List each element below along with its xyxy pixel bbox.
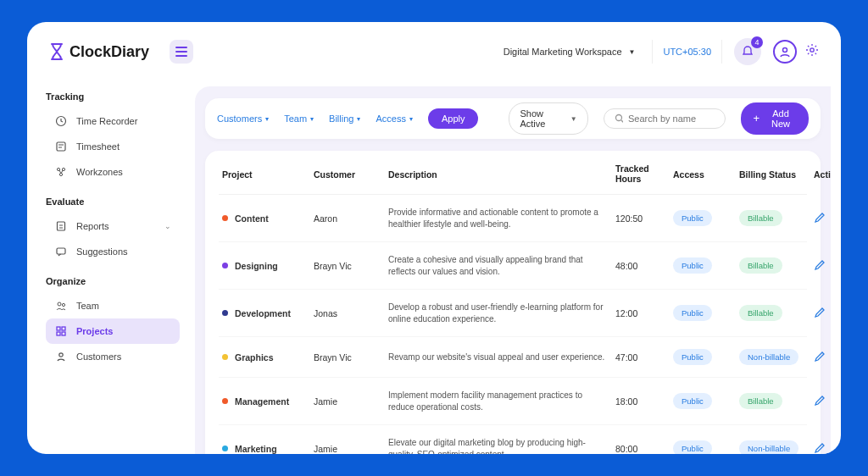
caret-down-icon: ▾ <box>265 115 269 123</box>
svg-rect-13 <box>57 332 60 335</box>
tracked-hours-cell: 48:00 <box>615 261 666 271</box>
pencil-icon <box>814 442 826 454</box>
timezone-indicator[interactable]: UTC+05:30 <box>658 47 716 57</box>
access-badge: Public <box>673 305 712 321</box>
actions-cell <box>814 442 831 454</box>
table-row: GraphicsBrayn VicRevamp our website's vi… <box>219 337 807 378</box>
add-new-button[interactable]: + Add New <box>741 102 809 135</box>
billing-cell: Billable <box>739 305 807 321</box>
tracked-hours-cell: 80:00 <box>615 444 666 454</box>
sidebar-item-suggestions[interactable]: Suggestions <box>46 239 180 264</box>
access-badge: Public <box>673 349 712 365</box>
description-cell: Elevate our digital marketing blog by pr… <box>388 437 609 454</box>
project-name: Marketing <box>235 444 277 454</box>
projects-table: Project Customer Description Tracked Hou… <box>205 151 821 454</box>
billing-badge: Billable <box>739 393 782 409</box>
workzones-icon <box>54 166 68 178</box>
edit-button[interactable] <box>814 442 826 454</box>
sidebar-item-projects[interactable]: Projects <box>46 318 180 344</box>
project-name: Designing <box>235 261 278 271</box>
brand-logo: ClockDiary <box>49 43 149 61</box>
project-color-dot <box>222 446 228 451</box>
edit-button[interactable] <box>814 259 826 273</box>
customer-cell: Jamie <box>314 396 381 407</box>
main-panel: Customers▾ Team▾ Billing▾ Access▾ Apply … <box>195 86 831 454</box>
caret-down-icon: ▾ <box>409 115 413 123</box>
edit-button[interactable] <box>814 212 826 225</box>
actions-cell <box>814 212 831 225</box>
customer-cell: Jonas <box>314 308 381 318</box>
notifications-button[interactable]: 4 <box>734 38 761 65</box>
vertical-divider <box>652 40 653 64</box>
sidebar-item-time-recorder[interactable]: Time Recorder <box>46 108 180 134</box>
project-color-dot <box>222 354 228 360</box>
search-input[interactable] <box>628 113 715 124</box>
customer-cell: Brayn Vic <box>314 352 381 363</box>
notification-count-badge: 4 <box>751 36 763 48</box>
customer-cell: Brayn Vic <box>314 261 381 271</box>
suggestions-icon <box>54 246 68 257</box>
svg-rect-3 <box>57 142 65 151</box>
chevron-down-icon: ▼ <box>629 48 636 56</box>
menu-toggle-button[interactable] <box>170 40 193 64</box>
project-cell: Marketing <box>222 444 307 454</box>
edit-button[interactable] <box>814 307 826 320</box>
filter-team[interactable]: Team▾ <box>284 113 314 124</box>
project-name: Management <box>235 396 289 407</box>
customer-cell: Aaron <box>314 213 381 224</box>
project-cell: Content <box>222 213 307 224</box>
access-cell: Public <box>673 393 732 409</box>
filter-access[interactable]: Access▾ <box>376 113 412 124</box>
sidebar-item-workzones[interactable]: Workzones <box>46 159 180 185</box>
edit-button[interactable] <box>814 395 826 408</box>
access-badge: Public <box>673 210 712 226</box>
billing-badge: Non-billable <box>739 440 798 454</box>
sidebar-group-tracking: Tracking <box>46 91 180 102</box>
search-box[interactable] <box>604 108 726 129</box>
billing-cell: Non-billable <box>739 349 807 365</box>
sidebar-item-team[interactable]: Team <box>46 293 180 318</box>
workspace-label: Digital Marketing Workspace <box>504 47 622 57</box>
chevron-down-icon: ⌄ <box>164 222 171 230</box>
filter-billing[interactable]: Billing▾ <box>329 113 360 124</box>
sidebar-item-timesheet[interactable]: Timesheet <box>46 134 180 159</box>
sidebar-item-label: Team <box>76 301 99 311</box>
col-tracked: Tracked Hours <box>615 164 666 184</box>
toolbar: Customers▾ Team▾ Billing▾ Access▾ Apply … <box>205 98 821 139</box>
project-color-dot <box>222 263 228 268</box>
col-description: Description <box>388 169 609 180</box>
settings-button[interactable] <box>805 43 819 60</box>
apply-button[interactable]: Apply <box>428 108 479 129</box>
filter-customers[interactable]: Customers▾ <box>217 113 269 124</box>
project-name: Content <box>235 213 269 224</box>
show-active-dropdown[interactable]: Show Active ▼ <box>509 102 587 135</box>
access-badge: Public <box>673 393 712 409</box>
sidebar-item-label: Customers <box>76 351 121 362</box>
user-avatar-button[interactable] <box>773 40 797 64</box>
sidebar-item-customers[interactable]: Customers <box>46 344 180 369</box>
billing-badge: Billable <box>739 210 782 226</box>
user-icon <box>779 46 791 58</box>
hourglass-icon <box>49 43 64 60</box>
project-cell: Graphics <box>222 352 307 363</box>
svg-point-9 <box>58 302 61 306</box>
project-name: Graphics <box>235 352 274 363</box>
billing-cell: Non-billable <box>739 440 807 454</box>
bell-icon <box>742 46 754 58</box>
team-icon <box>54 300 68 312</box>
sidebar-item-label: Suggestions <box>76 246 128 257</box>
sidebar-group-evaluate: Evaluate <box>46 196 180 207</box>
col-actions: Actions <box>814 169 831 180</box>
col-customer: Customer <box>314 169 381 180</box>
billing-cell: Billable <box>739 393 807 409</box>
chevron-down-icon: ▼ <box>570 115 577 123</box>
access-cell: Public <box>673 440 732 454</box>
tracked-hours-cell: 47:00 <box>615 352 666 363</box>
billing-cell: Billable <box>739 257 807 274</box>
workspace-selector[interactable]: Digital Marketing Workspace ▼ <box>504 47 648 57</box>
pencil-icon <box>814 307 826 318</box>
col-project: Project <box>222 169 307 180</box>
edit-button[interactable] <box>814 351 826 364</box>
project-name: Development <box>235 308 291 318</box>
sidebar-item-reports[interactable]: Reports ⌄ <box>46 213 180 239</box>
